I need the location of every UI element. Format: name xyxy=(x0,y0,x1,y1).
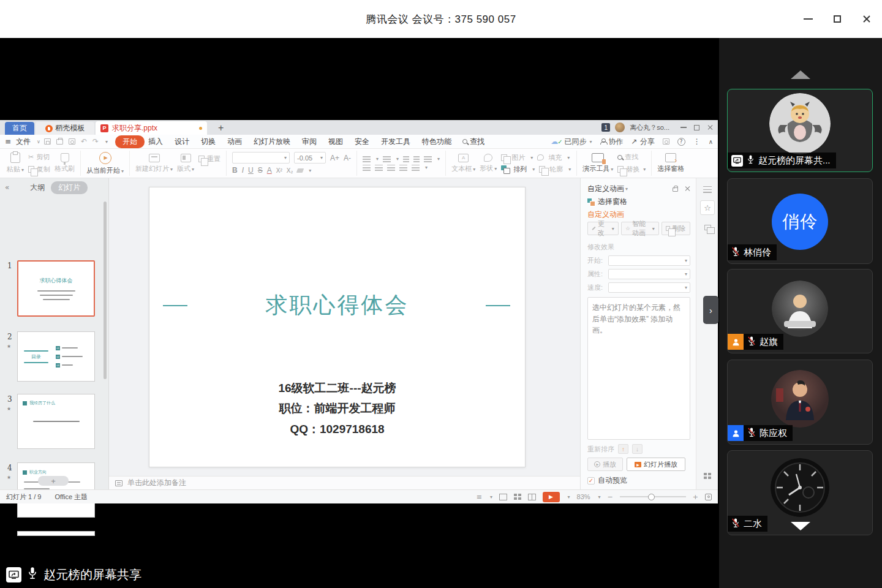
menu-tab-start[interactable]: 开始 xyxy=(115,135,145,148)
toolbar-more-icon[interactable]: ▾ xyxy=(105,139,108,145)
tab-slides[interactable]: 幻灯片 xyxy=(51,181,88,194)
fill-button[interactable]: 填充 xyxy=(548,153,562,162)
share-button[interactable]: ↗ 分享 xyxy=(631,137,655,147)
selection-pane-link[interactable]: 选择窗格 xyxy=(587,195,690,208)
clear-format-icon[interactable] xyxy=(296,168,304,173)
wps-minimize-icon[interactable] xyxy=(680,127,687,128)
properties-pane-icon[interactable] xyxy=(700,182,715,197)
copy-button[interactable]: 复制 xyxy=(28,165,50,174)
tab-home[interactable]: 首页 xyxy=(5,122,34,135)
find-menu[interactable]: 查找 xyxy=(462,137,484,147)
reset-button[interactable]: 重置 xyxy=(198,154,221,164)
maximize-button[interactable] xyxy=(832,13,843,24)
participant-tile[interactable]: 赵旗 xyxy=(727,269,873,353)
align-right-icon[interactable] xyxy=(387,165,395,171)
tab-document-active[interactable]: P 求职分享.pptx xyxy=(96,121,207,135)
notes-bar[interactable]: 单击此处添加备注 xyxy=(109,476,580,489)
play-button[interactable]: ▶ 播放 xyxy=(587,458,623,471)
pane-icon[interactable] xyxy=(663,138,669,145)
move-down-button[interactable]: ↓ xyxy=(632,444,643,454)
new-slide-button[interactable]: 新建幻灯片▾ xyxy=(135,154,173,173)
menu-tab-slideshow[interactable]: 幻灯片放映 xyxy=(254,137,290,147)
more-menu-icon[interactable]: ⋮ xyxy=(693,137,701,146)
normal-view-icon[interactable] xyxy=(499,494,507,500)
print-preview-icon[interactable] xyxy=(69,138,75,145)
zoom-slider[interactable] xyxy=(620,496,686,497)
slide-thumbnail-2[interactable]: 目录 01 02 03 xyxy=(17,331,95,382)
chevron-down-icon[interactable]: ▾ xyxy=(625,186,628,192)
number-list-icon[interactable] xyxy=(383,156,391,162)
expand-pane-button[interactable]: › xyxy=(703,296,718,324)
menu-tab-devtools[interactable]: 开发工具 xyxy=(381,137,410,147)
grow-font-button[interactable]: A+ xyxy=(330,154,339,162)
selection-pane-button[interactable]: 选择窗格 xyxy=(657,153,684,173)
picture-icon[interactable] xyxy=(501,154,507,161)
slide-text-line[interactable]: QQ：1029718618 xyxy=(149,421,525,437)
slide-thumbnail-3[interactable]: 我经历了什么 xyxy=(17,394,95,449)
layout-button[interactable]: 版式▾ xyxy=(177,154,194,173)
text-box-button[interactable]: A 文本框▾ xyxy=(451,154,475,173)
redo-icon[interactable]: ↷ xyxy=(92,137,99,146)
format-painter-button[interactable]: 格式刷 xyxy=(55,153,75,173)
account-avatar[interactable] xyxy=(615,123,625,132)
reading-view-icon[interactable] xyxy=(528,494,536,500)
tab-outline[interactable]: 大纲 xyxy=(30,183,45,193)
outline-button[interactable]: 轮廓 xyxy=(549,165,563,174)
subscript-button[interactable]: X₂ xyxy=(287,167,293,174)
slide-thumbnail-1[interactable]: 求职心得体会 xyxy=(17,260,95,317)
participant-tile[interactable]: 陈应权 xyxy=(727,360,873,445)
slide-text-line[interactable]: 职位：前端开发工程师 xyxy=(149,401,525,417)
print-icon[interactable] xyxy=(56,139,63,145)
fill-icon[interactable] xyxy=(537,154,544,160)
speed-dropdown[interactable]: ▾ xyxy=(608,282,690,293)
arrange-icon[interactable] xyxy=(501,165,509,173)
menu-tab-design[interactable]: 设计 xyxy=(175,137,189,147)
animation-pane-icon[interactable]: ☆ xyxy=(700,200,715,215)
justify-icon[interactable] xyxy=(399,165,407,171)
scroll-down-arrow-icon[interactable] xyxy=(791,522,810,530)
cut-button[interactable]: ✂剪切 xyxy=(28,153,50,162)
bullet-list-icon[interactable] xyxy=(363,156,371,162)
help-icon[interactable]: ? xyxy=(677,138,685,146)
picture-button[interactable]: 图片 xyxy=(511,153,525,162)
superscript-button[interactable]: X² xyxy=(276,167,282,174)
collapse-ribbon-icon[interactable]: ∧ xyxy=(709,138,713,145)
menu-tab-animation[interactable]: 动画 xyxy=(227,137,242,147)
font-size-combo[interactable]: -0.05▾ xyxy=(294,152,326,164)
participant-tile[interactable]: 赵元榜的屏幕共... xyxy=(727,89,873,172)
new-tab-button[interactable]: + xyxy=(218,123,224,133)
align-left-icon[interactable] xyxy=(363,165,371,171)
font-color-button[interactable]: A xyxy=(267,166,272,175)
wps-maximize-icon[interactable] xyxy=(694,125,699,130)
collapse-panel-icon[interactable]: « xyxy=(5,183,9,192)
find-button[interactable]: 查找 xyxy=(617,153,646,162)
thumbnail-scrollbar[interactable] xyxy=(104,202,107,379)
move-up-button[interactable]: ↑ xyxy=(618,444,628,454)
shrink-font-button[interactable]: A- xyxy=(344,154,351,162)
menu-tab-insert[interactable]: 插入 xyxy=(148,137,163,147)
wps-close-icon[interactable] xyxy=(707,124,713,130)
selection-pane-strip-icon[interactable] xyxy=(700,220,715,235)
bold-button[interactable]: B xyxy=(232,166,238,175)
undo-icon[interactable]: ↶ xyxy=(81,137,87,146)
play-from-current-button[interactable]: ▶ 从当前开始▾ xyxy=(86,152,124,175)
menu-tab-review[interactable]: 审阅 xyxy=(302,137,317,147)
text-direction-icon[interactable] xyxy=(424,156,432,162)
save-icon[interactable] xyxy=(44,138,51,145)
decrease-indent-icon[interactable] xyxy=(403,156,409,162)
tab-docer[interactable]: 稻壳模板 xyxy=(36,122,94,135)
slideshow-play-button[interactable]: ▶ 幻灯片播放 xyxy=(627,458,685,471)
slide-thumbnail-5-partial[interactable] xyxy=(17,531,95,536)
increase-indent-icon[interactable] xyxy=(413,156,420,162)
close-button[interactable] xyxy=(861,13,872,24)
notes-toggle-icon[interactable]: ≡ xyxy=(477,493,482,501)
minimize-button[interactable] xyxy=(802,13,813,24)
italic-button[interactable]: I xyxy=(242,166,244,175)
zoom-out-icon[interactable]: − xyxy=(608,493,613,501)
slideshow-button[interactable]: ▶ xyxy=(543,492,560,502)
sync-status[interactable]: ☁ ✓ 已同步 ▾ xyxy=(551,137,592,147)
paste-button[interactable]: 粘贴▾ xyxy=(7,153,24,174)
zoom-level[interactable]: 83% xyxy=(577,493,590,500)
start-dropdown[interactable]: ▾ xyxy=(608,255,690,266)
menu-tab-transition[interactable]: 切换 xyxy=(201,137,216,147)
